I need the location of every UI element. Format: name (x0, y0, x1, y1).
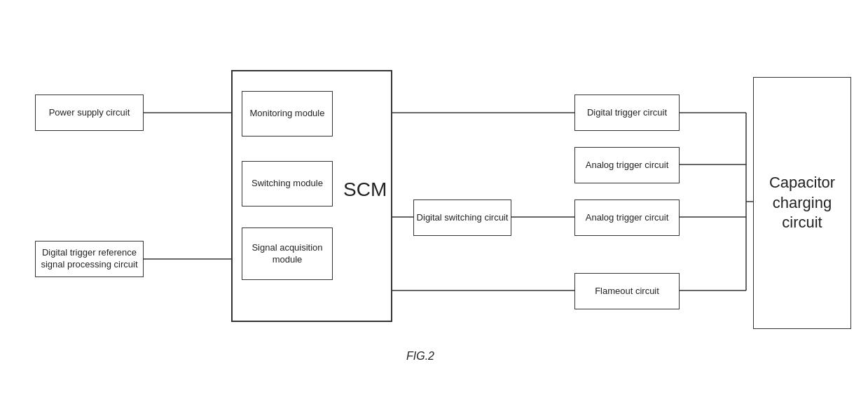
digital-trigger-ref-label: Digital trigger reference signal process… (36, 247, 143, 271)
digital-trigger-ref-box: Digital trigger reference signal process… (35, 241, 144, 277)
scm-label: SCM (343, 178, 387, 201)
switching-label: Switching module (252, 178, 323, 190)
capacitor-box: Capacitor charging circuit (753, 77, 851, 329)
analog-trigger-1-box: Analog trigger circuit (574, 147, 680, 183)
monitoring-box: Monitoring module (242, 91, 333, 136)
digital-trigger-box: Digital trigger circuit (574, 94, 680, 131)
flameout-box: Flameout circuit (574, 273, 680, 309)
switching-box: Switching module (242, 161, 333, 206)
signal-acq-box: Signal acquisition module (242, 227, 333, 280)
analog-trigger-1-label: Analog trigger circuit (586, 160, 669, 172)
analog-trigger-2-label: Analog trigger circuit (586, 212, 669, 224)
digital-trigger-label: Digital trigger circuit (587, 107, 667, 119)
power-supply-box: Power supply circuit (35, 94, 144, 131)
digital-switching-label: Digital switching circuit (417, 212, 509, 224)
fig-label: FIG.2 (406, 350, 434, 363)
digital-switching-box: Digital switching circuit (413, 200, 511, 236)
capacitor-label: Capacitor charging circuit (754, 173, 850, 233)
power-supply-label: Power supply circuit (49, 107, 130, 119)
flameout-label: Flameout circuit (595, 286, 659, 298)
analog-trigger-2-box: Analog trigger circuit (574, 200, 680, 236)
monitoring-label: Monitoring module (250, 108, 325, 120)
signal-acq-label: Signal acquisition module (242, 242, 332, 266)
